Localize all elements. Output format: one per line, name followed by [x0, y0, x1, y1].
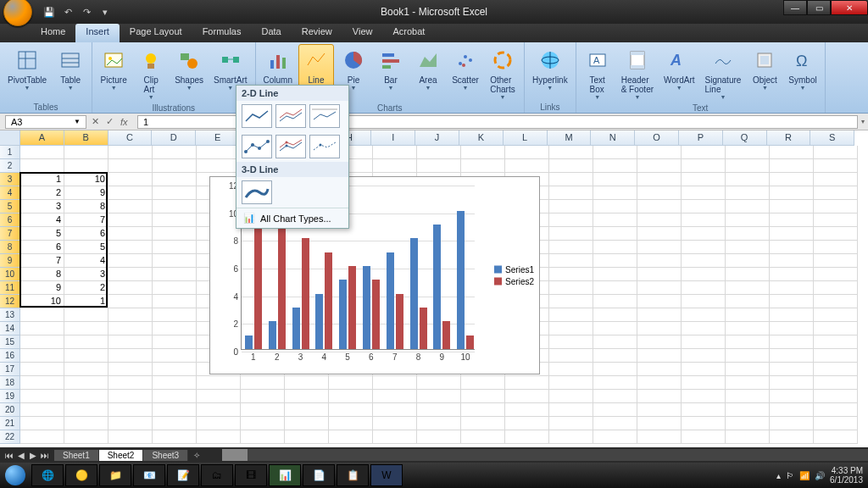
cell[interactable]: [682, 322, 726, 336]
cell[interactable]: [726, 417, 770, 430]
tab-formulas[interactable]: Formulas: [192, 24, 252, 42]
cell[interactable]: [770, 363, 814, 376]
cell[interactable]: [770, 214, 814, 227]
taskbar-chrome-icon[interactable]: 🟡: [65, 464, 97, 486]
row-header[interactable]: 2: [0, 159, 20, 173]
cell[interactable]: [549, 268, 593, 281]
cell[interactable]: [814, 403, 858, 417]
cell[interactable]: [637, 254, 682, 268]
sheet-tab-sheet3[interactable]: Sheet3: [143, 450, 188, 461]
cell[interactable]: [726, 200, 770, 214]
tab-data[interactable]: Data: [251, 24, 291, 42]
chart-bar[interactable]: [457, 211, 465, 349]
chart-bar[interactable]: [254, 211, 262, 349]
cell[interactable]: [108, 173, 153, 186]
chart-bar[interactable]: [420, 308, 427, 349]
cell[interactable]: [461, 376, 505, 390]
cell[interactable]: 7: [64, 214, 108, 227]
cell[interactable]: [505, 376, 549, 390]
cell[interactable]: [108, 417, 153, 430]
row-header[interactable]: 3: [0, 173, 20, 186]
sheet-nav-last-icon[interactable]: ⏭: [39, 451, 51, 460]
column-header[interactable]: C: [108, 130, 153, 146]
chart-bar[interactable]: [348, 266, 356, 349]
cell[interactable]: [549, 173, 593, 186]
select-all-corner[interactable]: [0, 130, 20, 146]
cell[interactable]: [814, 308, 858, 322]
cell[interactable]: [682, 417, 726, 430]
cell[interactable]: [593, 376, 637, 390]
row-header[interactable]: 21: [0, 417, 20, 430]
cell[interactable]: [682, 376, 726, 390]
taskbar-app4-icon[interactable]: 🎞: [235, 464, 267, 486]
cell[interactable]: [814, 200, 858, 214]
cell[interactable]: [682, 173, 726, 186]
cell[interactable]: [108, 227, 153, 241]
cell[interactable]: [373, 390, 417, 403]
cell[interactable]: [637, 308, 682, 322]
cell[interactable]: [329, 417, 373, 430]
cell[interactable]: [153, 349, 197, 363]
cell[interactable]: [153, 173, 197, 186]
horizontal-scrollbar[interactable]: [222, 449, 868, 461]
taskbar-app3-icon[interactable]: 🗂: [201, 464, 233, 486]
cell[interactable]: [153, 403, 197, 417]
cell[interactable]: [549, 390, 593, 403]
cell[interactable]: [549, 403, 593, 417]
row-header[interactable]: 22: [0, 430, 20, 444]
cell[interactable]: [682, 227, 726, 241]
cell[interactable]: [726, 241, 770, 254]
cell[interactable]: [770, 241, 814, 254]
cell[interactable]: [153, 186, 197, 200]
cell[interactable]: 3: [64, 268, 108, 281]
cell[interactable]: [461, 390, 505, 403]
cell[interactable]: [770, 376, 814, 390]
row-header[interactable]: 4: [0, 186, 20, 200]
cell[interactable]: [593, 322, 637, 336]
cell[interactable]: [549, 376, 593, 390]
cell[interactable]: 5: [20, 227, 64, 241]
column-header[interactable]: J: [415, 130, 459, 146]
cell[interactable]: [64, 336, 108, 349]
cell[interactable]: [108, 308, 153, 322]
column-header[interactable]: M: [548, 130, 592, 146]
row-header[interactable]: 13: [0, 308, 20, 322]
tab-home[interactable]: Home: [31, 24, 75, 42]
cell[interactable]: [682, 390, 726, 403]
taskbar-explorer-icon[interactable]: 📁: [99, 464, 131, 486]
column-header[interactable]: E: [196, 130, 240, 146]
cell[interactable]: [726, 173, 770, 186]
cell[interactable]: [726, 390, 770, 403]
taskbar-app6-icon[interactable]: 📋: [337, 464, 369, 486]
cell[interactable]: [682, 403, 726, 417]
cell[interactable]: [108, 336, 153, 349]
cell[interactable]: [726, 322, 770, 336]
cell[interactable]: [814, 322, 858, 336]
cell[interactable]: [417, 159, 461, 173]
text-box-button[interactable]: ATextBox▼: [580, 44, 615, 103]
cell[interactable]: [549, 227, 593, 241]
chart-bar[interactable]: [466, 336, 474, 349]
cell[interactable]: [682, 146, 726, 159]
tray-up-icon[interactable]: ▴: [776, 471, 781, 480]
line-type-markers[interactable]: [242, 135, 272, 158]
cell[interactable]: [814, 268, 858, 281]
cell[interactable]: [814, 186, 858, 200]
cell[interactable]: [770, 254, 814, 268]
sheet-tab-sheet1[interactable]: Sheet1: [54, 450, 99, 461]
cell[interactable]: [153, 390, 197, 403]
chart-bar[interactable]: [339, 280, 347, 349]
cell[interactable]: [726, 227, 770, 241]
column-header[interactable]: I: [371, 130, 415, 146]
cell[interactable]: [64, 349, 108, 363]
cell[interactable]: [505, 403, 549, 417]
expand-formula-icon[interactable]: ▾: [858, 118, 868, 125]
cell[interactable]: [726, 146, 770, 159]
save-icon[interactable]: 💾: [41, 3, 58, 20]
cell[interactable]: [64, 430, 108, 444]
chart-bar[interactable]: [245, 336, 253, 349]
cell[interactable]: [153, 417, 197, 430]
column-header[interactable]: Q: [723, 130, 767, 146]
cell[interactable]: [770, 173, 814, 186]
cell[interactable]: [505, 146, 549, 159]
